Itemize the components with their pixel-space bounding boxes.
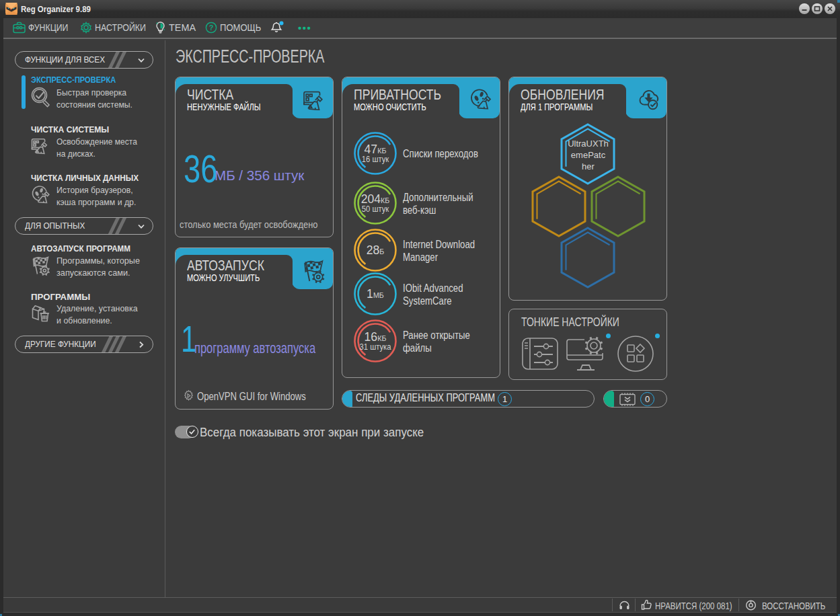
svg-text:?: ?: [209, 24, 214, 32]
svg-text:50 штук: 50 штук: [362, 204, 389, 215]
svg-text:1МБ: 1МБ: [367, 286, 384, 301]
svg-text:28Б: 28Б: [367, 243, 385, 258]
svg-text:16 штук: 16 штук: [362, 155, 389, 165]
svg-text:16КБ: 16КБ: [365, 329, 387, 344]
svg-text:204КБ: 204КБ: [361, 191, 390, 206]
svg-text:31 штука: 31 штука: [360, 342, 391, 352]
svg-text:47КБ: 47КБ: [365, 141, 387, 156]
